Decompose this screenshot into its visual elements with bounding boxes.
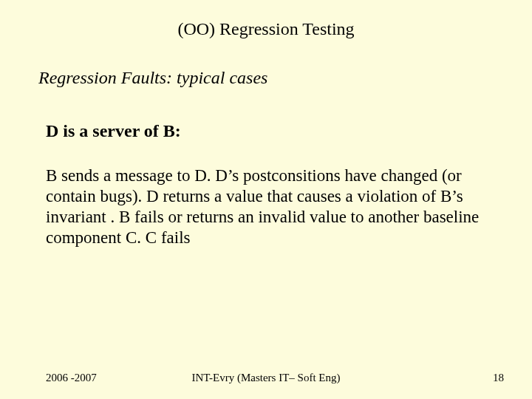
body-text: B sends a message to D. D’s postconsitio… [46,166,489,248]
slide-title: (OO) Regression Testing [0,19,532,39]
slide: (OO) Regression Testing Regression Fault… [0,0,532,399]
slide-subtitle: Regression Faults: typical cases [38,68,267,88]
section-heading: D is a server of B: [46,121,181,141]
page-number: 18 [493,372,504,384]
footer-institution: INT-Evry (Masters IT– Soft Eng) [0,372,532,384]
